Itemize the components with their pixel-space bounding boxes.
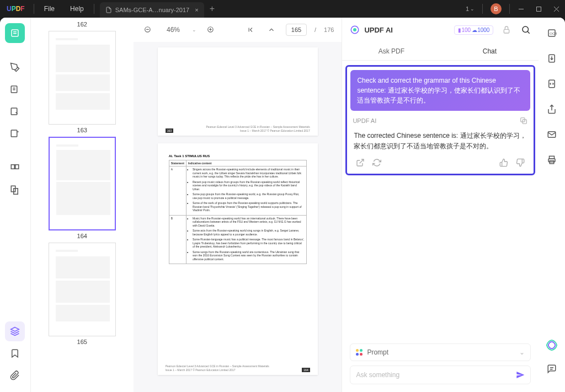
tab-ask-pdf[interactable]: Ask PDF (342, 42, 440, 60)
document-icon (105, 7, 112, 13)
document-tab[interactable]: SAMs-GCE-A…nuary-2017 × (100, 2, 204, 18)
thumb-page-label: 165 (77, 339, 87, 345)
prompt-dots-icon (356, 349, 363, 356)
print-button[interactable] (544, 152, 559, 168)
right-toolbar: OCR (539, 18, 565, 392)
zoom-in-button[interactable] (204, 23, 217, 36)
ai-tabs: Ask PDF Chat (342, 42, 539, 61)
compare-button[interactable] (5, 180, 25, 200)
page-separator: / (315, 26, 316, 33)
ai-assistant-icon[interactable] (546, 339, 558, 351)
svg-marker-16 (11, 327, 19, 332)
tab-layout-switch[interactable]: 1 ⌄ (460, 6, 480, 12)
ocr-button[interactable]: OCR (544, 25, 559, 41)
tab-chat[interactable]: Chat (440, 42, 539, 60)
external-link-icon[interactable] (356, 158, 365, 167)
svg-rect-25 (504, 29, 509, 33)
svg-rect-12 (12, 165, 15, 169)
page-thumbnail[interactable] (49, 31, 116, 125)
copy-icon[interactable] (519, 116, 528, 125)
titlebar: UPDF File Help SAMs-GCE-A…nuary-2017 × +… (0, 0, 565, 18)
page-total: 176 (324, 26, 334, 33)
thumb-page-label: 163 (77, 127, 87, 133)
pdf-page[interactable]: AL Task 1 STIMULUS RUS StatementIndicati… (158, 143, 318, 375)
user-message: Check and correct the grammar of this Ch… (350, 70, 530, 111)
share-button[interactable] (544, 101, 559, 117)
chat-input[interactable]: Ask something (350, 366, 531, 384)
ai-logo-icon (350, 25, 360, 35)
search-icon[interactable] (521, 25, 531, 35)
prev-page-button[interactable] (265, 23, 278, 36)
ai-title: UPDF AI (364, 26, 450, 34)
prompt-templates-button[interactable]: Prompt ⌄ (350, 343, 531, 361)
task-title: AL Task 1 STIMULUS RUS (169, 154, 210, 158)
svg-line-27 (527, 31, 530, 34)
pdf-page[interactable]: 163 Pearson Edexcel Level 3 Advanced GCE… (158, 47, 318, 136)
zoom-value: 46% (162, 26, 184, 34)
svg-rect-13 (15, 165, 19, 169)
page-thumbnail[interactable] (49, 137, 116, 230)
thumb-page-label: 162 (77, 21, 87, 28)
menu-file[interactable]: File (36, 0, 62, 18)
thumbs-down-icon[interactable] (516, 158, 525, 167)
svg-text:OCR: OCR (550, 32, 557, 35)
tab-title: SAMs-GCE-A…nuary-2017 (115, 7, 190, 13)
ai-message: The corrected Chinese sentence is: 通过家长学… (350, 128, 530, 155)
close-button[interactable] (547, 0, 565, 18)
credit-display[interactable]: ▮100 ☁1000 (454, 25, 493, 35)
left-toolbar (0, 18, 31, 392)
ai-panel: UPDF AI ▮100 ☁1000 Ask PDF Chat Check an… (342, 18, 539, 392)
thumb-page-label: 164 (77, 233, 87, 239)
send-icon[interactable] (516, 370, 525, 379)
highlight-tool-button[interactable] (5, 57, 25, 77)
svg-rect-11 (12, 130, 18, 137)
first-page-button[interactable] (244, 23, 257, 36)
svg-point-26 (523, 26, 529, 33)
menu-help[interactable]: Help (62, 0, 92, 18)
thumbnail-panel: 162 163 164 165 (31, 18, 134, 392)
layers-button[interactable] (5, 321, 25, 341)
close-tab-button[interactable]: × (195, 7, 198, 13)
organize-pages-button[interactable] (5, 158, 25, 178)
chat-history-button[interactable] (544, 361, 559, 377)
page-footer: Pearson Edexcel Level 3 Advanced GCE in … (166, 125, 310, 132)
maximize-button[interactable] (530, 0, 547, 18)
page-footer: Pearson Edexcel Level 3 Advanced GCE in … (166, 364, 310, 372)
document-viewer: 46% ⌄ / 176 163 Pearson Edexcel Level 3 … (134, 18, 342, 392)
regenerate-icon[interactable] (372, 158, 381, 167)
thumbs-up-icon[interactable] (499, 158, 508, 167)
ai-header: UPDF AI ▮100 ☁1000 (342, 18, 539, 42)
page-thumbnail[interactable] (49, 243, 116, 336)
svg-rect-10 (12, 108, 18, 115)
content-table: StatementIndicative content A Singers ac… (169, 160, 307, 264)
add-tab-button[interactable]: + (210, 4, 215, 14)
svg-line-30 (360, 159, 364, 163)
ai-sender-label: UPDF AI (353, 117, 519, 124)
bookmark-button[interactable] (5, 343, 25, 363)
export-button[interactable] (544, 51, 559, 66)
viewer-toolbar: 46% ⌄ / 176 (134, 18, 342, 42)
lock-icon (502, 25, 511, 34)
chevron-down-icon: ⌄ (519, 348, 525, 356)
annotation-tool-button[interactable] (5, 79, 25, 99)
svg-rect-1 (536, 7, 541, 11)
app-logo: UPDF (0, 5, 31, 13)
edit-tool-button[interactable] (5, 101, 25, 121)
zoom-out-button[interactable] (141, 23, 154, 36)
conversation-highlight: Check and correct the grammar of this Ch… (345, 65, 535, 175)
convert-button[interactable] (544, 76, 559, 92)
email-button[interactable] (544, 127, 559, 142)
form-tool-button[interactable] (5, 123, 25, 143)
minimize-button[interactable] (512, 0, 530, 18)
avatar[interactable]: B (491, 3, 502, 14)
message-actions (350, 155, 530, 170)
page-number-input[interactable] (286, 24, 307, 36)
reader-mode-button[interactable] (5, 23, 25, 43)
svg-point-24 (353, 28, 356, 31)
input-placeholder: Ask something (356, 371, 516, 379)
zoom-caret-icon[interactable]: ⌄ (192, 27, 196, 33)
attachment-button[interactable] (5, 366, 25, 385)
